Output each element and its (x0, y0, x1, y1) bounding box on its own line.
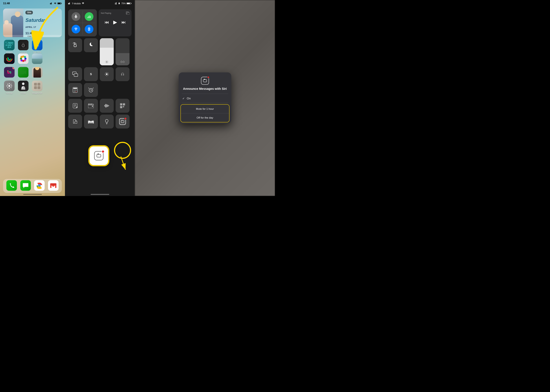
widget-date-script: Saturday (25, 17, 60, 23)
cc-airplane-btn[interactable] (70, 11, 82, 22)
app-kindle[interactable]: Kindle (17, 81, 29, 94)
app-camera[interactable]: Camera (17, 40, 29, 53)
cc-next-btn[interactable]: ⏭ (121, 20, 126, 25)
svg-point-55 (127, 13, 128, 14)
svg-line-65 (107, 61, 108, 61)
svg-point-82 (75, 90, 75, 91)
app-facetime[interactable]: FaceTime (17, 67, 29, 81)
dock-phone[interactable] (5, 180, 18, 192)
color-widget[interactable]: 75% Saturday APRIL 17 11:48 Color Widget (3, 8, 62, 37)
app-slack-label: Slack (7, 78, 11, 81)
app-widgets[interactable]: "...Open a vein." E.H Widgets (3, 40, 15, 53)
panel-siri-announce: Announce Messages with Siri ✓ On Mute fo… (135, 0, 275, 196)
announce-mute-option[interactable]: Mute for 1 hour (181, 105, 229, 113)
cc-alarm[interactable] (84, 83, 98, 97)
cc-hearing[interactable] (100, 115, 114, 128)
svg-rect-0 (50, 3, 50, 4)
app-settings[interactable]: Settings (3, 81, 15, 94)
svg-rect-43 (69, 3, 69, 4)
svg-rect-36 (34, 86, 37, 89)
cc-bluetooth-btn[interactable] (83, 23, 95, 35)
app-slack[interactable]: 1 Slack (3, 67, 15, 81)
svg-point-66 (121, 61, 122, 63)
widget-date-bold: APRIL 17 (25, 26, 60, 28)
announce-option-on[interactable]: ✓ On (179, 94, 231, 103)
svg-line-77 (105, 75, 106, 76)
app-widgets-label: Widgets (6, 51, 13, 53)
svg-point-83 (76, 90, 77, 91)
cc-notes[interactable] (68, 99, 82, 113)
home-time: 11:48 (3, 2, 10, 5)
cc-not-playing: Not Playing (101, 12, 111, 14)
cc-bed[interactable] (84, 115, 98, 128)
widget-label: Color Widget (3, 35, 62, 37)
app-photos[interactable]: Photos (17, 53, 29, 67)
announce-icon (201, 77, 209, 85)
cc-qrcode[interactable] (115, 99, 129, 113)
cc-announce-btn[interactable] (115, 115, 129, 128)
svg-rect-9 (22, 43, 24, 44)
check-icon: ✓ (182, 97, 185, 100)
app-fitness[interactable]: Fitness (3, 53, 15, 67)
cc-carrier: T-Mobile (72, 2, 81, 5)
svg-rect-37 (37, 86, 40, 89)
app-settings-label: Settings (6, 92, 13, 94)
dock-chrome[interactable] (33, 180, 46, 192)
announce-icon-area (179, 72, 231, 87)
announce-off-option[interactable]: Off for the day (181, 113, 229, 122)
home-bar (23, 194, 42, 195)
app-photos-label: Photos (20, 65, 26, 67)
svg-rect-34 (34, 83, 37, 86)
home-status-icons (50, 2, 62, 5)
cc-wifi-btn[interactable] (70, 23, 82, 35)
app-widgetsmith[interactable]: Widgetsmith (31, 81, 43, 94)
panel-control-center: T-Mobile 75% (65, 0, 135, 196)
cc-status-right: 75% (115, 2, 132, 5)
svg-rect-47 (116, 2, 116, 5)
cc-calculator[interactable] (68, 83, 82, 97)
cc-wallet[interactable] (84, 99, 98, 113)
dock-gmail[interactable] (47, 180, 59, 192)
app-facetime-label: FaceTime (19, 78, 28, 81)
svg-rect-123 (88, 120, 89, 124)
svg-text:A: A (36, 42, 39, 47)
svg-rect-24 (7, 73, 10, 74)
svg-point-31 (8, 85, 10, 87)
svg-rect-129 (97, 154, 99, 154)
svg-point-84 (74, 91, 74, 92)
svg-point-13 (8, 58, 10, 60)
app-photo-thumb[interactable] (31, 53, 43, 67)
cc-dnd-btn[interactable] (84, 38, 98, 52)
cc-connectivity-block (68, 9, 97, 36)
cc-rotation-btn[interactable] (68, 38, 82, 52)
dock-messages[interactable] (19, 180, 32, 192)
svg-point-125 (107, 124, 107, 124)
svg-rect-44 (69, 2, 70, 4)
svg-rect-111 (123, 104, 124, 105)
announce-on-label: On (187, 97, 191, 100)
cc-prev-btn[interactable]: ⏮ (105, 20, 109, 25)
cc-volume-slider[interactable] (115, 38, 129, 65)
cc-headphones[interactable] (115, 67, 129, 81)
cc-screen-mirror[interactable] (68, 67, 82, 81)
cc-status-bar: T-Mobile 75% (65, 0, 135, 7)
cc-soundwave[interactable] (100, 99, 114, 113)
cc-notes2[interactable] (68, 115, 82, 128)
svg-point-22 (22, 57, 24, 60)
svg-point-19 (24, 56, 26, 58)
cc-announce-large (89, 147, 108, 165)
svg-rect-1 (51, 3, 51, 4)
panel-home: 11:48 75% Saturday APRIL 17 11:48 (0, 0, 65, 196)
app-appstore[interactable]: A App Store (31, 40, 43, 53)
svg-point-12 (7, 57, 11, 61)
svg-point-40 (38, 184, 41, 187)
cc-play-btn[interactable]: ▶ (113, 19, 117, 25)
cc-cellular-btn[interactable] (83, 11, 95, 22)
svg-rect-52 (131, 3, 131, 4)
cc-brightness-slider[interactable] (100, 38, 114, 65)
svg-rect-46 (115, 3, 116, 5)
svg-point-85 (75, 91, 75, 92)
app-baby-photo[interactable] (31, 67, 43, 81)
svg-line-64 (106, 63, 106, 63)
cc-brightness-2[interactable] (100, 67, 114, 81)
